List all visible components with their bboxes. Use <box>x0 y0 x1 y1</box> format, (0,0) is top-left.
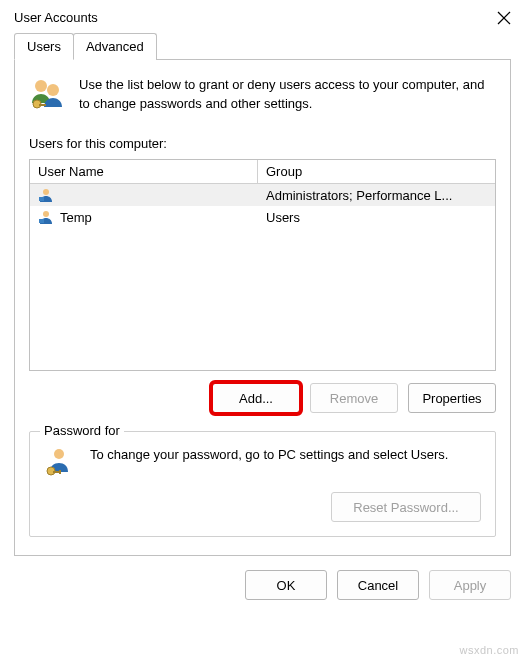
users-table: User Name Group Administrators; Performa… <box>29 159 496 371</box>
table-header: User Name Group <box>30 160 495 184</box>
tab-panel-users: Use the list below to grant or deny user… <box>14 59 511 556</box>
cancel-button[interactable]: Cancel <box>337 570 419 600</box>
intro-text: Use the list below to grant or deny user… <box>79 76 496 114</box>
svg-rect-5 <box>39 104 46 106</box>
tab-users[interactable]: Users <box>14 33 74 60</box>
key-icon <box>44 446 78 480</box>
apply-button: Apply <box>429 570 511 600</box>
cell-group: Administrators; Performance L... <box>258 186 495 205</box>
password-legend: Password for <box>40 423 124 438</box>
remove-button: Remove <box>310 383 398 413</box>
svg-point-8 <box>43 211 49 217</box>
svg-point-3 <box>47 84 59 96</box>
cell-group: Users <box>258 208 495 227</box>
svg-point-6 <box>43 189 49 195</box>
password-section: Password for To change your password, go… <box>29 431 496 537</box>
user-icon <box>38 187 54 203</box>
cell-username: Temp <box>60 210 92 225</box>
ok-button[interactable]: OK <box>245 570 327 600</box>
add-button[interactable]: Add... <box>212 383 300 413</box>
watermark: wsxdn.com <box>459 644 519 656</box>
dialog-buttons: OK Cancel Apply <box>0 556 525 614</box>
user-actions: Add... Remove Properties <box>29 383 496 413</box>
svg-rect-9 <box>39 219 44 223</box>
svg-point-2 <box>35 80 47 92</box>
window-title: User Accounts <box>14 10 98 25</box>
table-row[interactable]: Administrators; Performance L... <box>30 184 495 206</box>
tab-container: Users Advanced Use the list below to gra… <box>14 33 511 556</box>
users-icon <box>29 76 67 114</box>
user-icon <box>38 209 54 225</box>
tab-advanced[interactable]: Advanced <box>73 33 157 60</box>
reset-password-button: Reset Password... <box>331 492 481 522</box>
svg-rect-7 <box>39 197 44 201</box>
properties-button[interactable]: Properties <box>408 383 496 413</box>
svg-point-10 <box>54 449 64 459</box>
user-list-label: Users for this computer: <box>29 136 496 151</box>
titlebar: User Accounts <box>0 0 525 33</box>
column-header-username[interactable]: User Name <box>30 160 258 184</box>
table-row[interactable]: Temp Users <box>30 206 495 228</box>
close-icon[interactable] <box>497 11 511 25</box>
svg-rect-13 <box>59 470 61 474</box>
password-text: To change your password, go to PC settin… <box>90 446 448 465</box>
intro-section: Use the list below to grant or deny user… <box>29 76 496 114</box>
column-header-group[interactable]: Group <box>258 160 495 184</box>
